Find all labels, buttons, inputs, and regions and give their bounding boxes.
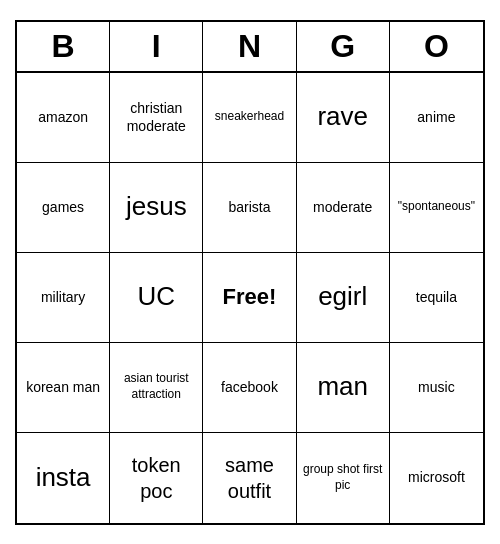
bingo-cell: facebook [203,343,296,433]
header-letter: B [17,22,110,71]
bingo-cell: egirl [297,253,390,343]
bingo-cell: token poc [110,433,203,523]
bingo-cell: Free! [203,253,296,343]
bingo-header: BINGO [17,22,483,73]
bingo-cell: games [17,163,110,253]
bingo-cell: man [297,343,390,433]
header-letter: G [297,22,390,71]
bingo-cell: same outfit [203,433,296,523]
bingo-card: BINGO amazonchristian moderatesneakerhea… [15,20,485,525]
bingo-cell: insta [17,433,110,523]
bingo-cell: amazon [17,73,110,163]
bingo-cell: music [390,343,483,433]
bingo-cell: jesus [110,163,203,253]
bingo-cell: military [17,253,110,343]
bingo-cell: moderate [297,163,390,253]
bingo-cell: anime [390,73,483,163]
bingo-cell: "spontaneous" [390,163,483,253]
header-letter: I [110,22,203,71]
bingo-cell: UC [110,253,203,343]
bingo-cell: barista [203,163,296,253]
bingo-cell: korean man [17,343,110,433]
bingo-cell: microsoft [390,433,483,523]
bingo-cell: rave [297,73,390,163]
bingo-cell: christian moderate [110,73,203,163]
bingo-cell: group shot first pic [297,433,390,523]
header-letter: N [203,22,296,71]
bingo-cell: asian tourist attraction [110,343,203,433]
bingo-cell: tequila [390,253,483,343]
header-letter: O [390,22,483,71]
bingo-cell: sneakerhead [203,73,296,163]
bingo-grid: amazonchristian moderatesneakerheadravea… [17,73,483,523]
